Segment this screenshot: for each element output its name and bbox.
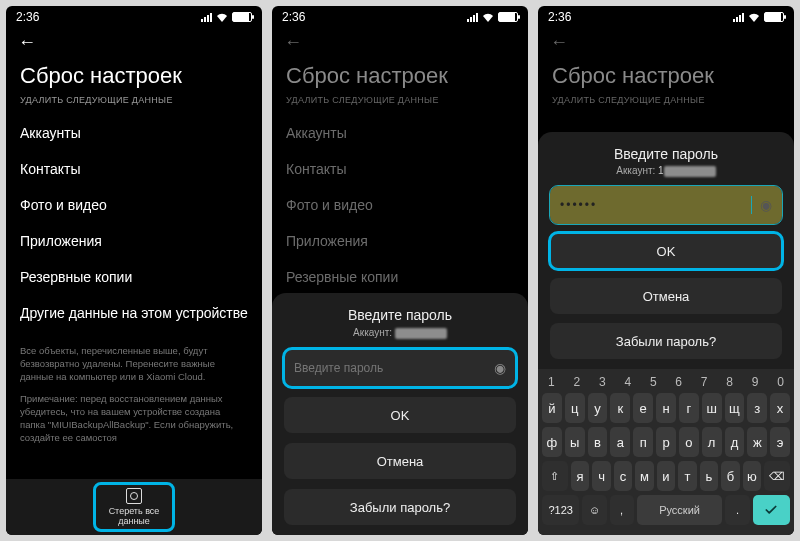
key[interactable]: я — [571, 461, 589, 491]
space-key[interactable]: Русский — [637, 495, 723, 525]
kb-row-3: ⇧ я ч с м и т ь б ю ⌫ — [542, 461, 790, 491]
cancel-button[interactable]: Отмена — [284, 443, 516, 479]
erase-label: Стереть все — [109, 506, 160, 516]
key[interactable]: 4 — [624, 375, 631, 389]
backspace-key[interactable]: ⌫ — [764, 461, 790, 491]
key[interactable]: 8 — [726, 375, 733, 389]
modal-overlay: Введите пароль Аккаунт: 1xxxx ◉ OK Отмен… — [538, 6, 794, 535]
key[interactable]: г — [679, 393, 699, 423]
key[interactable]: ь — [700, 461, 718, 491]
key[interactable]: 3 — [599, 375, 606, 389]
footnote-warning: Все объекты, перечисленные выше, будут б… — [6, 331, 262, 389]
erase-label: данные — [118, 516, 150, 526]
status-icons — [201, 12, 252, 22]
ok-button[interactable]: OK — [284, 397, 516, 433]
clock: 2:36 — [16, 10, 39, 24]
key[interactable]: ц — [565, 393, 585, 423]
account-label: Аккаунт: — [616, 165, 655, 176]
key[interactable]: щ — [725, 393, 745, 423]
key[interactable]: у — [588, 393, 608, 423]
signal-icon — [201, 13, 212, 22]
list-item: Резервные копии — [20, 259, 248, 295]
key[interactable]: э — [770, 427, 790, 457]
key[interactable]: с — [614, 461, 632, 491]
key[interactable]: з — [747, 393, 767, 423]
soft-keyboard[interactable]: 1 2 3 4 5 6 7 8 9 0 й ц у к е н г ш щ — [538, 369, 794, 535]
enter-key[interactable] — [753, 495, 791, 525]
key[interactable]: в — [588, 427, 608, 457]
kb-row-bottom: ?123 ☺ , Русский . — [542, 495, 790, 525]
erase-all-button[interactable]: Стереть все данные — [95, 484, 174, 530]
eye-icon[interactable]: ◉ — [760, 197, 772, 213]
kb-row-2: ф ы в а п р о л д ж э — [542, 427, 790, 457]
password-field[interactable]: ◉ — [550, 186, 782, 224]
kb-number-row[interactable]: 1 2 3 4 5 6 7 8 9 0 — [542, 375, 790, 393]
key[interactable]: т — [678, 461, 696, 491]
list-item: Приложения — [20, 223, 248, 259]
symbols-key[interactable]: ?123 — [542, 495, 580, 525]
shift-key[interactable]: ⇧ — [542, 461, 568, 491]
key[interactable]: а — [610, 427, 630, 457]
screen-password-prompt: 2:36 ← Сброс настроек УДАЛИТЬ СЛЕДУЮЩИЕ … — [272, 6, 528, 535]
bottom-toolbar: Стереть все данные — [6, 479, 262, 535]
dialog-title: Введите пароль — [284, 307, 516, 323]
cancel-button[interactable]: Отмена — [550, 278, 782, 314]
back-button[interactable]: ← — [6, 26, 262, 57]
account-label: Аккаунт: — [353, 327, 392, 338]
key[interactable]: п — [633, 427, 653, 457]
key[interactable]: о — [679, 427, 699, 457]
factory-reset-icon — [126, 488, 142, 504]
data-list: Аккаунты Контакты Фото и видео Приложени… — [6, 115, 262, 331]
key[interactable]: 5 — [650, 375, 657, 389]
page-title: Сброс настроек — [6, 57, 262, 93]
battery-icon — [232, 12, 252, 22]
password-input[interactable] — [294, 361, 486, 375]
key[interactable]: и — [657, 461, 675, 491]
key[interactable]: к — [610, 393, 630, 423]
key[interactable]: д — [725, 427, 745, 457]
key[interactable]: б — [721, 461, 739, 491]
list-item: Контакты — [20, 151, 248, 187]
key[interactable]: 2 — [573, 375, 580, 389]
section-header: УДАЛИТЬ СЛЕДУЮЩИЕ ДАННЫЕ — [6, 93, 262, 115]
key[interactable]: е — [633, 393, 653, 423]
dialog-title: Введите пароль — [550, 146, 782, 162]
key[interactable]: 7 — [701, 375, 708, 389]
password-input[interactable] — [560, 198, 741, 212]
key[interactable]: х — [770, 393, 790, 423]
modal-overlay: Введите пароль Аккаунт: xxxx ◉ OK Отмена… — [272, 6, 528, 535]
kb-row-1: й ц у к е н г ш щ з х — [542, 393, 790, 423]
emoji-key[interactable]: ☺ — [582, 495, 606, 525]
key[interactable]: м — [635, 461, 653, 491]
key[interactable]: р — [656, 427, 676, 457]
key[interactable]: 0 — [777, 375, 784, 389]
key[interactable]: 6 — [675, 375, 682, 389]
account-value-redacted: xxxx — [664, 166, 716, 177]
password-field[interactable]: ◉ — [284, 349, 516, 387]
period-key[interactable]: . — [725, 495, 749, 525]
key[interactable]: ю — [743, 461, 761, 491]
key[interactable]: 1 — [548, 375, 555, 389]
key[interactable]: ш — [702, 393, 722, 423]
footnote-note: Примечание: перед восстановлением данных… — [6, 389, 262, 450]
text-caret — [751, 196, 752, 214]
dialog-account-line: Аккаунт: 1xxxx — [550, 165, 782, 177]
wifi-icon — [216, 12, 228, 22]
list-item: Другие данные на этом устройстве — [20, 295, 248, 331]
forgot-password-button[interactable]: Забыли пароль? — [550, 323, 782, 359]
screen-reset-info: 2:36 ← Сброс настроек УДАЛИТЬ СЛЕДУЮЩИЕ … — [6, 6, 262, 535]
key[interactable]: л — [702, 427, 722, 457]
check-icon — [764, 503, 778, 517]
list-item: Фото и видео — [20, 187, 248, 223]
ok-button[interactable]: OK — [550, 233, 782, 269]
key[interactable]: 9 — [752, 375, 759, 389]
key[interactable]: ы — [565, 427, 585, 457]
key[interactable]: ф — [542, 427, 562, 457]
key[interactable]: й — [542, 393, 562, 423]
key[interactable]: н — [656, 393, 676, 423]
key[interactable]: ж — [747, 427, 767, 457]
forgot-password-button[interactable]: Забыли пароль? — [284, 489, 516, 525]
key[interactable]: ч — [592, 461, 610, 491]
comma-key[interactable]: , — [610, 495, 634, 525]
eye-icon[interactable]: ◉ — [494, 360, 506, 376]
